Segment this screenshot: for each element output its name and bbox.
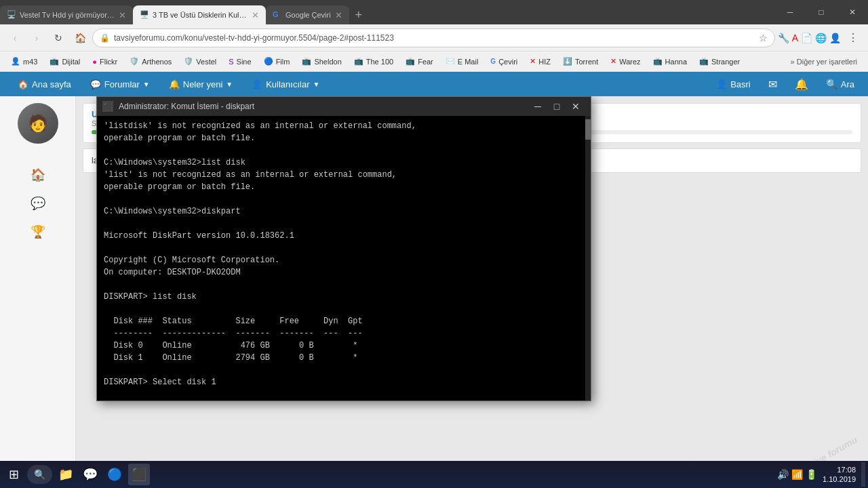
sidebar-chat-icon[interactable]: 💬 <box>31 196 45 211</box>
sidebar-home-icon[interactable]: 🏠 <box>31 167 45 182</box>
tab-2-title: 3 TB ve Üstü Disklerin Kullanım... <box>153 11 248 19</box>
taskbar-search[interactable]: 🔍 <box>27 465 52 484</box>
bookmarks-bar: 👤m43 📺Dijital ●Flickr 🛡️Arthenos 🛡️Veste… <box>0 52 868 72</box>
bookmark-m43[interactable]: 👤m43 <box>5 54 43 69</box>
tab-3-close[interactable]: ✕ <box>335 10 342 20</box>
menu-button[interactable]: ⋮ <box>844 28 863 47</box>
nav-new[interactable]: 🔔 Neler yeni ▼ <box>159 72 242 96</box>
avatar[interactable]: 🧑 <box>18 103 58 144</box>
close-button[interactable]: ✕ <box>837 0 868 24</box>
bookmark-stranger[interactable]: 📺Stranger <box>694 54 745 69</box>
cmd-close-button[interactable]: ✕ <box>566 99 585 114</box>
bookmark-hanna[interactable]: 📺Hanna <box>648 54 692 69</box>
ext-icon-2[interactable]: A <box>792 33 798 43</box>
bookmark-torrent[interactable]: ⬇️Torrent <box>557 54 604 69</box>
tray-icon-1[interactable]: 🔊 <box>777 469 789 480</box>
ext-icon-4[interactable]: 🌐 <box>815 33 827 43</box>
lock-icon: 🔒 <box>100 33 110 43</box>
nav-search[interactable]: 🔍 Ara <box>821 72 860 96</box>
start-button[interactable]: ⊞ <box>3 464 24 485</box>
tab-2[interactable]: 🖥️ 3 TB ve Üstü Disklerin Kullanım... ✕ <box>133 5 266 24</box>
cmd-line-16 <box>104 303 584 315</box>
bookmark-sine[interactable]: SSine <box>223 54 256 69</box>
taskbar-file-explorer[interactable]: 📁 <box>55 464 77 485</box>
bookmark-flickr[interactable]: ●Flickr <box>87 54 123 69</box>
cmd-line-17: Disk ### Status Size Free Dyn Gpt <box>104 315 584 327</box>
cmd-line-1: 'listdisk' is not recognized as an inter… <box>104 120 584 132</box>
minimize-button[interactable]: ─ <box>774 0 806 24</box>
bookmark-dijital[interactable]: 📺Dijital <box>44 54 85 69</box>
tab-bar: 🖥️ Vestel Tv Hdd yi görmüyor | Sayf... ✕… <box>0 0 868 24</box>
tab-2-favicon: 🖥️ <box>140 10 149 20</box>
cmd-body[interactable]: 'listdisk' is not recognized as an inter… <box>97 116 591 401</box>
back-button[interactable]: ‹ <box>5 28 24 47</box>
bookmark-the100[interactable]: 📺The 100 <box>349 54 399 69</box>
taskbar-date-display: 1.10.2019 <box>823 474 856 484</box>
users-nav-icon: 👤 <box>252 79 262 89</box>
maximize-button[interactable]: □ <box>806 0 837 24</box>
mail-nav-icon: ✉ <box>768 78 777 91</box>
taskbar: ⊞ 🔍 📁 💬 🔵 ⬛ 🔊 📶 🔋 17:08 1.10.2019 <box>0 461 868 488</box>
ext-icon-3[interactable]: 📄 <box>801 33 812 43</box>
ext-icon-1[interactable]: 🔧 <box>778 33 789 43</box>
cmd-line-5: 'list' is not recognized as an internal … <box>104 169 584 181</box>
bookmark-url-icon[interactable]: ☆ <box>759 33 768 43</box>
taskbar-chrome[interactable]: 🔵 <box>104 464 125 485</box>
nav-notifications[interactable]: 🔔 <box>789 72 814 96</box>
cmd-line-21 <box>104 364 584 376</box>
bookmark-sheldon[interactable]: 📺Sheldon <box>296 54 347 69</box>
taskbar-whatsapp[interactable]: 💬 <box>79 464 101 485</box>
bookmark-vestel[interactable]: 🛡️Vestel <box>178 54 222 69</box>
nav-users[interactable]: 👤 Kullanıcılar ▼ <box>242 72 329 96</box>
sidebar-trophy-icon[interactable]: 🏆 <box>31 224 45 239</box>
cmd-scrollbar[interactable] <box>585 116 591 401</box>
url-text: tavsiyeforumu.com/konu/vestel-tv-hdd-yi-… <box>114 33 755 43</box>
cmd-window: ⬛ Administrator: Komut İstemi - diskpart… <box>96 96 591 401</box>
tab-3[interactable]: G Google Çeviri ✕ <box>266 5 349 24</box>
nav-home[interactable]: 🏠 Ana sayfa <box>8 72 81 96</box>
home-button[interactable]: 🏠 <box>71 28 90 47</box>
bookmark-film[interactable]: 🔵Film <box>258 54 296 69</box>
bookmark-ceviri[interactable]: GÇeviri <box>485 54 523 69</box>
main-content: U... Sad... ları sırası ile gerçekleştir… <box>76 96 868 488</box>
tray-icons: 🔊 📶 🔋 <box>777 469 817 480</box>
more-bookmarks-button[interactable]: » Diğer yer işaretleri <box>785 58 863 66</box>
cmd-line-11 <box>104 242 584 254</box>
extensions-area: 🔧 A 📄 🌐 👤 <box>778 33 841 43</box>
bookmark-hiz[interactable]: ✕HIZ <box>524 54 556 69</box>
nav-right: 👤 Basri ✉ 🔔 🔍 Ara <box>711 72 860 96</box>
cmd-title-text: Administrator: Komut İstemi - diskpart <box>119 102 523 111</box>
tray-icon-2[interactable]: 📶 <box>791 469 803 480</box>
cmd-line-8: C:\Windows\system32>diskpart <box>104 205 584 218</box>
new-dropdown-icon: ▼ <box>226 81 233 88</box>
cmd-line-6: operable program or batch file. <box>104 181 584 193</box>
nav-mail[interactable]: ✉ <box>763 72 783 96</box>
taskbar-time-display: 17:08 <box>823 465 856 474</box>
forum-nav-bar: 🏠 Ana sayfa 💬 Forumlar ▼ 🔔 Neler yeni ▼ … <box>0 72 868 96</box>
cmd-maximize-button[interactable]: □ <box>547 99 566 114</box>
tab-1[interactable]: 🖥️ Vestel Tv Hdd yi görmüyor | Sayf... ✕ <box>0 5 133 24</box>
ext-icon-5[interactable]: 👤 <box>829 33 841 43</box>
cmd-line-12: Copyright (C) Microsoft Corporation. <box>104 254 584 266</box>
bookmark-fear[interactable]: 📺Fear <box>400 54 439 69</box>
cmd-minimize-button[interactable]: ─ <box>528 99 547 114</box>
reload-button[interactable]: ↻ <box>49 28 68 47</box>
nav-forums[interactable]: 💬 Forumlar ▼ <box>81 72 159 96</box>
url-bar[interactable]: 🔒 tavsiyeforumu.com/konu/vestel-tv-hdd-y… <box>92 28 775 47</box>
tab-2-close[interactable]: ✕ <box>252 10 259 20</box>
forward-button[interactable]: › <box>27 28 46 47</box>
new-tab-button[interactable]: + <box>349 5 368 24</box>
taskbar-cmd[interactable]: ⬛ <box>128 464 150 485</box>
bookmark-arthenos[interactable]: 🛡️Arthenos <box>124 54 177 69</box>
address-bar: ‹ › ↻ 🏠 🔒 tavsiyeforumu.com/konu/vestel-… <box>0 24 868 52</box>
tray-icon-3[interactable]: 🔋 <box>806 469 817 480</box>
home-nav-icon: 🏠 <box>18 79 28 89</box>
cmd-line-15: DISKPART> list disk <box>104 291 584 303</box>
bookmark-email[interactable]: ✉️E Mail <box>440 54 484 69</box>
taskbar-datetime[interactable]: 17:08 1.10.2019 <box>823 465 856 485</box>
nav-user-profile[interactable]: 👤 Basri <box>711 72 756 96</box>
bookmark-warez[interactable]: ✕Warez <box>605 54 646 69</box>
left-sidebar: 🧑 🏠 💬 🏆 <box>0 96 76 488</box>
show-desktop-button[interactable] <box>861 462 865 487</box>
tab-1-close[interactable]: ✕ <box>119 10 126 20</box>
